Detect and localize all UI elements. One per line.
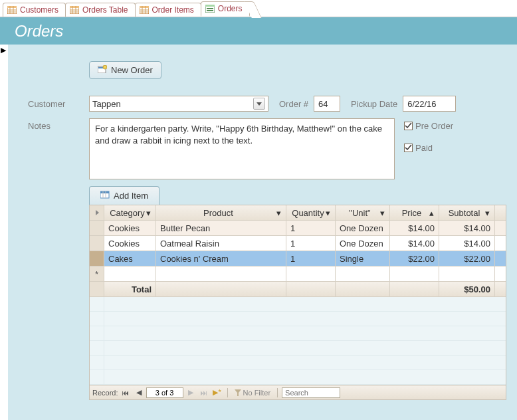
notes-label: Notes xyxy=(28,118,89,131)
tab-order-items[interactable]: Order Items xyxy=(135,3,201,17)
customer-combobox[interactable]: Tappen xyxy=(89,96,268,112)
cell-spacer xyxy=(495,236,506,251)
grid-empty-area xyxy=(90,297,506,385)
pickup-date-label: Pickup Date xyxy=(351,99,397,109)
row-selector xyxy=(90,282,104,297)
nav-position-field[interactable] xyxy=(146,387,183,398)
cell-subtotal[interactable]: $14.00 xyxy=(439,221,495,236)
col-quantity[interactable]: Quantity▾ xyxy=(286,205,336,221)
record-label: Record: xyxy=(92,389,118,397)
nav-new-button[interactable]: ▶* xyxy=(211,387,223,398)
cell-category[interactable]: Cakes xyxy=(104,251,156,266)
sort-icon: ▾ xyxy=(380,208,385,218)
new-row-marker[interactable]: * xyxy=(90,266,104,282)
cell-quantity[interactable]: 1 xyxy=(286,251,336,266)
preorder-checkbox[interactable] xyxy=(404,122,413,130)
preorder-label: Pre Order xyxy=(415,121,453,131)
nav-prev-button[interactable]: ◀ xyxy=(133,387,145,398)
cell-unit[interactable] xyxy=(336,266,390,282)
button-label: Add Item xyxy=(114,191,148,201)
cell-spacer xyxy=(495,251,506,266)
cell-product[interactable]: Cookies n' Cream xyxy=(156,251,286,266)
cell-price[interactable]: $22.00 xyxy=(390,251,439,266)
grid-header-row: Category▾ Product▾ Quantity▾ "Unit"▾ Pri… xyxy=(90,205,506,221)
paid-label: Paid xyxy=(415,143,433,153)
nav-last-button[interactable]: ⏭ xyxy=(198,387,210,398)
cell-unit[interactable]: Single xyxy=(336,251,390,266)
cell-product[interactable]: Butter Pecan xyxy=(156,221,286,236)
row-selector[interactable] xyxy=(90,221,104,236)
svg-marker-30 xyxy=(96,210,99,215)
svg-point-24 xyxy=(103,65,107,69)
button-label: New Order xyxy=(111,65,153,75)
col-price[interactable]: Price▴ xyxy=(390,205,439,221)
cell-quantity[interactable]: 1 xyxy=(286,236,336,251)
cell-category[interactable]: Cookies xyxy=(104,236,156,251)
table-row[interactable]: Cookies Oatmeal Raisin 1 One Dozen $14.0… xyxy=(90,236,506,251)
total-label: Total xyxy=(104,282,156,297)
svg-marker-25 xyxy=(257,102,262,106)
sort-asc-icon: ▴ xyxy=(429,208,435,218)
tab-orders[interactable]: Orders xyxy=(201,1,250,17)
row-selector[interactable] xyxy=(90,251,104,266)
cell-spacer xyxy=(495,266,506,282)
chevron-right-icon xyxy=(94,210,100,215)
new-order-icon xyxy=(98,65,107,75)
tab-label: Orders Table xyxy=(82,5,128,15)
cell-spacer xyxy=(286,282,336,297)
cell-price[interactable]: $14.00 xyxy=(390,236,439,251)
col-unit[interactable]: "Unit"▾ xyxy=(336,205,390,221)
table-icon xyxy=(140,6,149,14)
paid-checkbox[interactable] xyxy=(404,144,413,152)
cell-price[interactable] xyxy=(390,266,439,282)
pickup-date-field[interactable]: 6/22/16 xyxy=(403,96,456,112)
col-product[interactable]: Product▾ xyxy=(156,205,286,221)
cell-product[interactable] xyxy=(156,266,286,282)
cell-quantity[interactable]: 1 xyxy=(286,221,336,236)
cell-spacer xyxy=(495,221,506,236)
grid-select-all[interactable] xyxy=(90,205,104,221)
svg-rect-21 xyxy=(207,10,213,11)
grid-total-row: Total $50.00 xyxy=(90,282,506,297)
table-row[interactable]: Cakes Cookies n' Cream 1 Single $22.00 $… xyxy=(90,251,506,266)
cell-subtotal[interactable]: $14.00 xyxy=(439,236,495,251)
cell-category[interactable]: Cookies xyxy=(104,221,156,236)
svg-rect-27 xyxy=(100,191,109,193)
table-new-row[interactable]: * xyxy=(90,266,506,282)
notes-field[interactable] xyxy=(89,118,395,179)
cell-unit[interactable]: One Dozen xyxy=(336,236,390,251)
form-content: ▶ New Order Customer Tappen Order # 64 P… xyxy=(0,45,517,420)
cell-spacer xyxy=(495,282,506,297)
page-header: Orders xyxy=(0,17,517,45)
nav-search-field[interactable] xyxy=(282,387,340,398)
nav-first-button[interactable]: ⏮ xyxy=(120,387,132,398)
tab-customers[interactable]: Customers xyxy=(3,3,66,17)
row-selector[interactable] xyxy=(90,236,104,251)
cell-product[interactable]: Oatmeal Raisin xyxy=(156,236,286,251)
table-icon xyxy=(70,6,79,14)
total-value: $50.00 xyxy=(439,282,495,297)
cell-price[interactable]: $14.00 xyxy=(390,221,439,236)
svg-rect-19 xyxy=(205,5,215,7)
order-num-label: Order # xyxy=(279,99,308,109)
nav-next-button[interactable]: ▶ xyxy=(185,387,197,398)
tab-label: Orders xyxy=(218,4,243,13)
pickup-date-value: 6/22/16 xyxy=(407,99,436,109)
cell-unit[interactable]: One Dozen xyxy=(336,221,390,236)
table-row[interactable]: Cookies Butter Pecan 1 One Dozen $14.00 … xyxy=(90,221,506,236)
tab-label: Customers xyxy=(20,5,58,15)
cell-category[interactable] xyxy=(104,266,156,282)
new-order-button[interactable]: New Order xyxy=(89,61,161,79)
tab-orders-table[interactable]: Orders Table xyxy=(65,3,135,17)
cell-subtotal[interactable] xyxy=(439,266,495,282)
filter-indicator[interactable]: No Filter xyxy=(235,389,271,397)
cell-subtotal[interactable]: $22.00 xyxy=(439,251,495,266)
svg-marker-31 xyxy=(235,389,241,396)
dropdown-button[interactable] xyxy=(253,98,265,110)
col-subtotal[interactable]: Subtotal▾ xyxy=(439,205,495,221)
col-category[interactable]: Category▾ xyxy=(104,205,156,221)
order-num-field[interactable]: 64 xyxy=(314,96,340,112)
cell-spacer xyxy=(390,282,439,297)
add-item-button[interactable]: Add Item xyxy=(89,186,159,205)
cell-quantity[interactable] xyxy=(286,266,336,282)
